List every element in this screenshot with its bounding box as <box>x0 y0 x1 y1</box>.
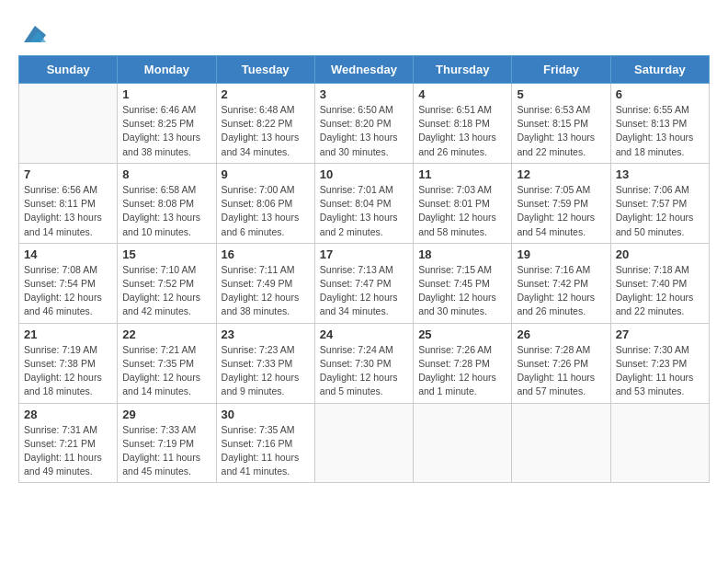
day-detail: Sunrise: 6:53 AM Sunset: 8:15 PM Dayligh… <box>517 103 605 159</box>
calendar-header: SundayMondayTuesdayWednesdayThursdayFrid… <box>19 56 710 84</box>
calendar-cell: 14Sunrise: 7:08 AM Sunset: 7:54 PM Dayli… <box>19 243 118 323</box>
day-of-week-header: Sunday <box>19 56 118 84</box>
day-number: 8 <box>122 167 210 181</box>
calendar-cell: 1Sunrise: 6:46 AM Sunset: 8:25 PM Daylig… <box>118 84 216 164</box>
day-detail: Sunrise: 7:23 AM Sunset: 7:33 PM Dayligh… <box>222 343 310 399</box>
calendar-cell: 23Sunrise: 7:23 AM Sunset: 7:33 PM Dayli… <box>216 323 314 403</box>
calendar-cell: 2Sunrise: 6:48 AM Sunset: 8:22 PM Daylig… <box>216 84 314 164</box>
day-number: 22 <box>122 327 210 341</box>
calendar-cell: 13Sunrise: 7:06 AM Sunset: 7:57 PM Dayli… <box>610 163 709 243</box>
day-number: 6 <box>616 87 704 101</box>
calendar-cell: 15Sunrise: 7:10 AM Sunset: 7:52 PM Dayli… <box>118 243 216 323</box>
day-detail: Sunrise: 6:46 AM Sunset: 8:25 PM Dayligh… <box>122 103 210 159</box>
day-detail: Sunrise: 7:00 AM Sunset: 8:06 PM Dayligh… <box>222 183 310 239</box>
calendar-cell: 9Sunrise: 7:00 AM Sunset: 8:06 PM Daylig… <box>216 163 314 243</box>
day-number: 25 <box>418 327 506 341</box>
calendar-week-row: 14Sunrise: 7:08 AM Sunset: 7:54 PM Dayli… <box>19 243 710 323</box>
day-number: 19 <box>517 247 605 261</box>
day-of-week-header: Wednesday <box>314 56 413 84</box>
calendar-cell: 18Sunrise: 7:15 AM Sunset: 7:45 PM Dayli… <box>414 243 512 323</box>
day-detail: Sunrise: 7:31 AM Sunset: 7:21 PM Dayligh… <box>24 423 112 479</box>
day-number: 24 <box>320 327 408 341</box>
calendar-week-row: 21Sunrise: 7:19 AM Sunset: 7:38 PM Dayli… <box>19 323 710 403</box>
day-number: 21 <box>24 327 112 341</box>
calendar-week-row: 28Sunrise: 7:31 AM Sunset: 7:21 PM Dayli… <box>19 403 710 483</box>
calendar-cell: 10Sunrise: 7:01 AM Sunset: 8:04 PM Dayli… <box>314 163 413 243</box>
calendar-cell <box>414 403 512 483</box>
day-number: 15 <box>122 247 210 261</box>
day-detail: Sunrise: 7:15 AM Sunset: 7:45 PM Dayligh… <box>418 263 506 319</box>
day-detail: Sunrise: 7:05 AM Sunset: 7:59 PM Dayligh… <box>517 183 605 239</box>
day-number: 9 <box>222 167 310 181</box>
day-number: 1 <box>122 87 210 101</box>
calendar-table: SundayMondayTuesdayWednesdayThursdayFrid… <box>18 55 710 483</box>
day-detail: Sunrise: 7:35 AM Sunset: 7:16 PM Dayligh… <box>222 423 310 479</box>
day-number: 16 <box>222 247 310 261</box>
day-detail: Sunrise: 7:08 AM Sunset: 7:54 PM Dayligh… <box>24 263 112 319</box>
calendar-cell: 17Sunrise: 7:13 AM Sunset: 7:47 PM Dayli… <box>314 243 413 323</box>
calendar-cell: 4Sunrise: 6:51 AM Sunset: 8:18 PM Daylig… <box>414 84 512 164</box>
calendar-cell <box>314 403 413 483</box>
day-detail: Sunrise: 6:50 AM Sunset: 8:20 PM Dayligh… <box>320 103 408 159</box>
day-detail: Sunrise: 7:28 AM Sunset: 7:26 PM Dayligh… <box>517 343 605 399</box>
day-number: 4 <box>418 87 506 101</box>
day-number: 10 <box>320 167 408 181</box>
calendar-week-row: 1Sunrise: 6:46 AM Sunset: 8:25 PM Daylig… <box>19 84 710 164</box>
calendar-cell: 19Sunrise: 7:16 AM Sunset: 7:42 PM Dayli… <box>512 243 610 323</box>
day-detail: Sunrise: 6:55 AM Sunset: 8:13 PM Dayligh… <box>616 103 704 159</box>
day-of-week-header: Thursday <box>414 56 512 84</box>
day-detail: Sunrise: 6:56 AM Sunset: 8:11 PM Dayligh… <box>24 183 112 239</box>
day-detail: Sunrise: 7:18 AM Sunset: 7:40 PM Dayligh… <box>616 263 704 319</box>
day-detail: Sunrise: 6:51 AM Sunset: 8:18 PM Dayligh… <box>418 103 506 159</box>
day-number: 20 <box>616 247 704 261</box>
day-detail: Sunrise: 7:13 AM Sunset: 7:47 PM Dayligh… <box>320 263 408 319</box>
calendar-cell: 25Sunrise: 7:26 AM Sunset: 7:28 PM Dayli… <box>414 323 512 403</box>
calendar-cell: 7Sunrise: 6:56 AM Sunset: 8:11 PM Daylig… <box>19 163 118 243</box>
calendar-cell: 20Sunrise: 7:18 AM Sunset: 7:40 PM Dayli… <box>610 243 709 323</box>
calendar-cell <box>512 403 610 483</box>
day-detail: Sunrise: 7:30 AM Sunset: 7:23 PM Dayligh… <box>616 343 704 399</box>
day-of-week-header: Tuesday <box>216 56 314 84</box>
calendar-cell: 8Sunrise: 6:58 AM Sunset: 8:08 PM Daylig… <box>118 163 216 243</box>
day-number: 27 <box>616 327 704 341</box>
day-detail: Sunrise: 7:26 AM Sunset: 7:28 PM Dayligh… <box>418 343 506 399</box>
day-number: 2 <box>222 87 310 101</box>
day-number: 11 <box>418 167 506 181</box>
day-detail: Sunrise: 7:11 AM Sunset: 7:49 PM Dayligh… <box>222 263 310 319</box>
day-detail: Sunrise: 7:24 AM Sunset: 7:30 PM Dayligh… <box>320 343 408 399</box>
page-header <box>18 18 710 48</box>
day-number: 28 <box>24 408 112 421</box>
calendar-cell: 22Sunrise: 7:21 AM Sunset: 7:35 PM Dayli… <box>118 323 216 403</box>
day-detail: Sunrise: 7:16 AM Sunset: 7:42 PM Dayligh… <box>517 263 605 319</box>
calendar-cell: 30Sunrise: 7:35 AM Sunset: 7:16 PM Dayli… <box>216 403 314 483</box>
day-number: 23 <box>222 327 310 341</box>
day-of-week-header: Saturday <box>610 56 709 84</box>
calendar-week-row: 7Sunrise: 6:56 AM Sunset: 8:11 PM Daylig… <box>19 163 710 243</box>
day-number: 26 <box>517 327 605 341</box>
calendar-cell: 27Sunrise: 7:30 AM Sunset: 7:23 PM Dayli… <box>610 323 709 403</box>
day-detail: Sunrise: 7:06 AM Sunset: 7:57 PM Dayligh… <box>616 183 704 239</box>
days-of-week-row: SundayMondayTuesdayWednesdayThursdayFrid… <box>19 56 710 84</box>
day-of-week-header: Friday <box>512 56 610 84</box>
calendar-cell: 3Sunrise: 6:50 AM Sunset: 8:20 PM Daylig… <box>314 84 413 164</box>
day-detail: Sunrise: 7:03 AM Sunset: 8:01 PM Dayligh… <box>418 183 506 239</box>
calendar-cell: 5Sunrise: 6:53 AM Sunset: 8:15 PM Daylig… <box>512 84 610 164</box>
calendar-cell: 26Sunrise: 7:28 AM Sunset: 7:26 PM Dayli… <box>512 323 610 403</box>
calendar-cell <box>610 403 709 483</box>
day-detail: Sunrise: 7:21 AM Sunset: 7:35 PM Dayligh… <box>122 343 210 399</box>
calendar-cell: 28Sunrise: 7:31 AM Sunset: 7:21 PM Dayli… <box>19 403 118 483</box>
day-detail: Sunrise: 7:19 AM Sunset: 7:38 PM Dayligh… <box>24 343 112 399</box>
day-detail: Sunrise: 6:48 AM Sunset: 8:22 PM Dayligh… <box>222 103 310 159</box>
day-number: 5 <box>517 87 605 101</box>
calendar-cell: 24Sunrise: 7:24 AM Sunset: 7:30 PM Dayli… <box>314 323 413 403</box>
logo-icon <box>22 22 48 48</box>
day-detail: Sunrise: 7:33 AM Sunset: 7:19 PM Dayligh… <box>122 423 210 479</box>
calendar-cell: 12Sunrise: 7:05 AM Sunset: 7:59 PM Dayli… <box>512 163 610 243</box>
day-detail: Sunrise: 6:58 AM Sunset: 8:08 PM Dayligh… <box>122 183 210 239</box>
day-number: 7 <box>24 167 112 181</box>
calendar-cell: 6Sunrise: 6:55 AM Sunset: 8:13 PM Daylig… <box>610 84 709 164</box>
calendar-body: 1Sunrise: 6:46 AM Sunset: 8:25 PM Daylig… <box>19 84 710 483</box>
day-number: 3 <box>320 87 408 101</box>
calendar-cell: 21Sunrise: 7:19 AM Sunset: 7:38 PM Dayli… <box>19 323 118 403</box>
day-number: 12 <box>517 167 605 181</box>
